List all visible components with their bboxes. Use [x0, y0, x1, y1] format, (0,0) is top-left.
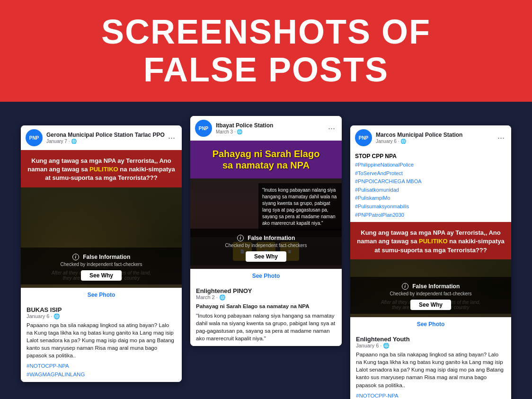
stop-cpp-label: STOP CPP NPA [355, 153, 506, 160]
post-date-center: March 3 · 🌐 [216, 129, 273, 134]
post-date-left: January 7 · 🌐 [46, 139, 165, 144]
hashtag2-left[interactable]: #WAGMAGPALINLANG [27, 372, 85, 377]
right-hashtag7[interactable]: #PNPPatrolPlan2030 [355, 211, 506, 220]
false-info-right: i False Information Checked by independe… [350, 277, 511, 314]
post-body-center: Enlightened PINOY March 2 · 🌐 Pahayag ni… [190, 283, 342, 346]
post-header-center: PNP Itbayat Police Station March 3 · 🌐 ·… [190, 116, 342, 141]
body-date-center: March 2 · 🌐 [196, 294, 336, 301]
post-overlay-text-left: Kung ang tawag sa mga NPA ay Terrorista,… [21, 150, 182, 187]
info-icon-left: i [72, 254, 79, 260]
body-page-name-left: BUKAS ISIP [27, 306, 176, 313]
avatar-right: PNP [355, 129, 372, 146]
post-menu-right[interactable]: ··· [496, 131, 506, 145]
page-name-center: Itbayat Police Station [216, 122, 273, 130]
right-hashtag2[interactable]: #ToServeAndProtect [355, 169, 506, 178]
post-menu-center[interactable]: ··· [326, 122, 337, 135]
body-text-right: Papaano nga ba sila nakapag lingkod sa a… [356, 351, 505, 389]
post-menu-left[interactable]: ··· [166, 131, 177, 145]
post-card-left: PNP Gerona Municipal Police Station Tarl… [21, 125, 182, 382]
post-card-center: PNP Itbayat Police Station March 3 · 🌐 ·… [190, 116, 342, 346]
body-title-center: Pahayag ni Sarah Elago sa namatay na NPA [196, 302, 336, 310]
false-info-sub-left: Checked by independent fact-checkers [25, 262, 178, 267]
see-photo-bar-center[interactable]: See Photo [190, 269, 342, 283]
false-info-left: i False Information Checked by independe… [21, 248, 182, 284]
body-page-name-right: Enlightened Youth [356, 336, 505, 343]
right-hashtag3[interactable]: #PNPOICARCHIEGA MBOA [355, 177, 506, 186]
see-why-button-right[interactable]: See Why [410, 300, 451, 310]
false-info-title-right: False Information [412, 283, 460, 290]
content-area: PNP Gerona Municipal Police Station Tarl… [0, 102, 532, 399]
page-name-left: Gerona Municipal Police Station Tarlac P… [46, 132, 165, 139]
see-photo-bar-left[interactable]: See Photo [21, 288, 182, 301]
body-page-name-center: Enlightened PINOY [196, 287, 336, 294]
page-name-right: Marcos Municipal Police Station [376, 132, 462, 139]
body-text-center: "Inutos kong pabayaan nalang siya hangan… [196, 312, 336, 342]
see-why-button-left[interactable]: See Why [81, 270, 122, 281]
false-info-center: i False Information Checked by independe… [190, 229, 342, 266]
info-icon-right: i [402, 283, 408, 290]
post-body-right: Enlightened Youth January 6 · 🌐 Papaano … [350, 331, 511, 399]
info-icon-center: i [237, 235, 244, 241]
sarah-title-line1: Pahayag ni Sarah Elago [195, 148, 337, 160]
post-header-left: PNP Gerona Municipal Police Station Tarl… [21, 125, 182, 150]
body-date-left: January 6 · 🌐 [27, 313, 176, 319]
hashtag1-left[interactable]: #NOTOCPP-NPA [27, 363, 69, 369]
post-image-center: Pahayag ni Sarah Elago sa namatay na NPA… [190, 141, 342, 283]
hashtag-section-right: STOP CPP NPA #PhilippineNationalPolice #… [350, 150, 511, 222]
avatar-center: PNP [195, 120, 212, 137]
sarah-title-overlay: Pahayag ni Sarah Elago sa namatay na NPA [190, 141, 342, 178]
post-image-right: Kung ang tawag sa mga NPA ay Terrorista,… [350, 222, 511, 331]
post-date-right: January 6 · 🌐 [376, 139, 462, 144]
see-photo-bar-right[interactable]: See Photo [350, 317, 511, 331]
post-card-right: PNP Marcos Municipal Police Station Janu… [350, 125, 511, 399]
false-info-sub-center: Checked by independent fact-checkers [194, 243, 338, 248]
right-hashtag1[interactable]: #PhilippineNationalPolice [355, 161, 506, 169]
sarah-title-line2: sa namatay na NPA [195, 160, 337, 171]
avatar-left: PNP [26, 129, 43, 146]
body-text-left: Papaano nga ba sila nakapag lingkod sa a… [27, 321, 176, 359]
false-info-title-center: False Information [248, 235, 295, 241]
false-info-title-left: False Information [83, 254, 130, 260]
sarah-quote: "Inutos kong pabayaan nalang siya hangan… [258, 183, 342, 231]
header-section: SCREENSHOTS OF FALSE POSTS [0, 0, 532, 102]
post-overlay-text-right: Kung ang tawag sa mga NPA ay Terrorista,… [350, 222, 511, 259]
right-hashtag6[interactable]: #Pulisumaksyonmabilis [355, 203, 506, 211]
hashtag-b1-right[interactable]: #NOTOCPP-NPA [356, 393, 399, 399]
page-title: SCREENSHOTS OF FALSE POSTS [101, 13, 431, 88]
right-hashtag5[interactable]: #PuliskampiMo [355, 194, 506, 203]
right-hashtag4[interactable]: #Pulisatkomunidad [355, 186, 506, 195]
see-why-button-center[interactable]: See Why [246, 251, 286, 262]
body-date-right: January 6 · 🌐 [356, 343, 505, 349]
post-image-left: Kung ang tawag sa mga NPA ay Terrorista,… [21, 150, 182, 301]
post-body-left: BUKAS ISIP January 6 · 🌐 Papaano nga ba … [21, 301, 182, 382]
post-header-right: PNP Marcos Municipal Police Station Janu… [350, 125, 511, 150]
false-info-sub-right: Checked by independent fact-checkers [354, 291, 507, 296]
